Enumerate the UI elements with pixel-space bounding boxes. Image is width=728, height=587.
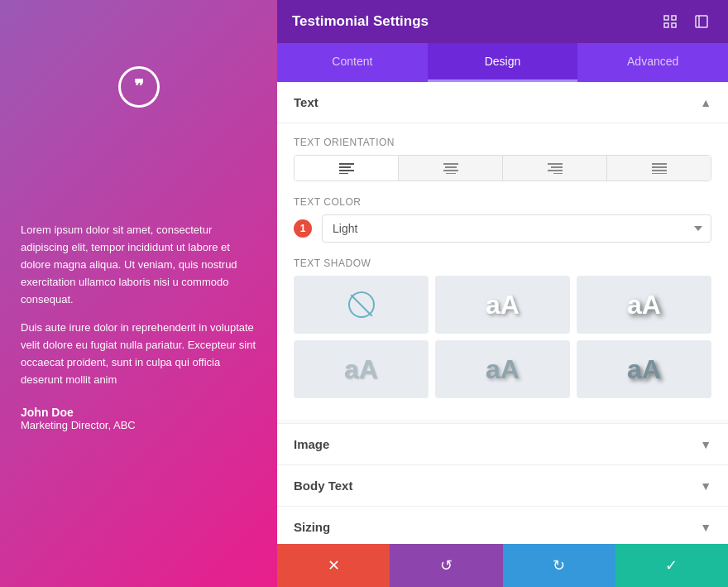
shadow-option-2[interactable]: aA — [577, 276, 711, 334]
sizing-section-header[interactable]: Sizing ▼ — [277, 507, 728, 544]
shadow-text-soft3: aA — [627, 354, 661, 385]
text-chevron-up-icon: ▲ — [700, 96, 711, 109]
shadow-text-medium: aA — [627, 290, 661, 320]
reset-button[interactable]: ↺ — [390, 544, 502, 587]
shadow-option-4[interactable]: aA — [435, 340, 570, 398]
color-label: Text Color — [294, 196, 711, 208]
text-section-title: Text — [294, 95, 318, 109]
fullscreen-icon[interactable] — [659, 10, 682, 33]
orient-left-btn[interactable] — [295, 156, 399, 180]
tab-content[interactable]: Content — [277, 43, 428, 82]
settings-panel: Testimonial Settings Content Design Adva… — [277, 0, 728, 587]
cancel-button[interactable]: ✕ — [277, 544, 390, 587]
tab-design[interactable]: Design — [428, 43, 578, 82]
body-text-section: Body Text ▼ — [277, 464, 728, 506]
svg-rect-3 — [672, 23, 676, 27]
orientation-label: Text Orientation — [294, 137, 711, 148]
image-chevron-icon: ▼ — [700, 438, 711, 451]
color-badge: 1 — [294, 219, 312, 238]
shadow-option-1[interactable]: aA — [435, 276, 570, 334]
color-row: 1 Light Dark Custom — [294, 214, 711, 243]
svg-rect-4 — [696, 16, 707, 27]
preview-text: Lorem ipsum dolor sit amet, consectetur … — [21, 222, 256, 388]
header-icons — [659, 10, 713, 33]
orient-right-btn[interactable] — [503, 156, 607, 180]
shadow-text-soft2: aA — [486, 354, 520, 385]
sizing-section: Sizing ▼ — [277, 506, 728, 544]
color-select[interactable]: Light Dark Custom — [322, 214, 711, 243]
image-section-title: Image — [294, 437, 329, 451]
shadow-text-soft1: aA — [344, 354, 378, 385]
tab-advanced[interactable]: Advanced — [577, 43, 728, 82]
shadow-option-5[interactable]: aA — [577, 340, 711, 398]
body-text-section-title: Body Text — [294, 479, 352, 493]
panel-header: Testimonial Settings — [277, 0, 728, 43]
shadow-text-light: aA — [486, 290, 520, 320]
svg-rect-1 — [672, 16, 676, 20]
text-section: Text ▲ Text Orientation — [277, 82, 728, 420]
image-section: Image ▼ — [277, 423, 728, 464]
orientation-group — [294, 155, 711, 181]
redo-button[interactable]: ↻ — [503, 544, 615, 587]
shadow-grid: aA aA aA aA aA — [294, 276, 711, 398]
author-title: Marketing Director, ABC — [21, 419, 256, 431]
no-shadow-icon — [348, 291, 375, 318]
svg-rect-0 — [664, 16, 668, 20]
text-section-header[interactable]: Text ▲ — [277, 82, 728, 123]
bottom-bar: ✕ ↺ ↻ ✓ — [277, 544, 728, 587]
panel-title: Testimonial Settings — [292, 13, 429, 30]
body-text-section-header[interactable]: Body Text ▼ — [277, 465, 728, 506]
shadow-label: Text Shadow — [294, 257, 711, 269]
text-section-body: Text Orientation — [277, 123, 728, 420]
sizing-chevron-icon: ▼ — [700, 521, 711, 534]
body-text-chevron-icon: ▼ — [700, 479, 711, 493]
orient-center-btn[interactable] — [399, 156, 503, 180]
shadow-option-3[interactable]: aA — [294, 340, 429, 398]
save-button[interactable]: ✓ — [615, 544, 728, 587]
author-name: John Doe — [21, 406, 256, 419]
sizing-section-title: Sizing — [294, 520, 330, 534]
preview-author: John Doe Marketing Director, ABC — [21, 406, 256, 431]
page-wrapper: ❞ Lorem ipsum dolor sit amet, consectetu… — [0, 0, 728, 587]
preview-paragraph-1: Lorem ipsum dolor sit amet, consectetur … — [21, 222, 256, 308]
preview-panel: ❞ Lorem ipsum dolor sit amet, consectetu… — [0, 0, 277, 587]
svg-rect-2 — [664, 23, 668, 27]
expand-icon[interactable] — [690, 10, 713, 33]
panel-content: Text ▲ Text Orientation — [277, 82, 728, 544]
tabs-bar: Content Design Advanced — [277, 43, 728, 82]
orient-justify-btn[interactable] — [607, 156, 711, 180]
shadow-none-option[interactable] — [294, 276, 429, 334]
quote-icon: ❞ — [118, 66, 160, 108]
preview-paragraph-2: Duis aute irure dolor in reprehenderit i… — [21, 320, 256, 388]
image-section-header[interactable]: Image ▼ — [277, 424, 728, 464]
